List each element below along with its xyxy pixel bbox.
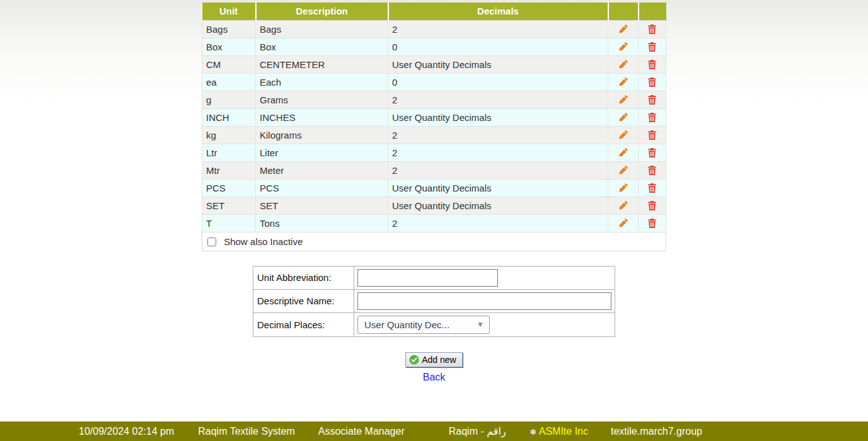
- table-row: CM CENTEMETER User Quantity Decimals: [202, 55, 666, 73]
- unit-cell: SET: [202, 197, 256, 214]
- unit-cell: kg: [202, 126, 256, 144]
- delete-button[interactable]: [647, 147, 658, 159]
- descriptive-name-label: Descriptive Name:: [253, 289, 354, 312]
- edit-button[interactable]: [618, 147, 629, 159]
- description-cell: CENTEMETER: [256, 55, 388, 73]
- description-cell: Bags: [256, 20, 388, 38]
- trash-icon: [647, 77, 657, 88]
- back-link[interactable]: Back: [423, 372, 446, 382]
- delete-button[interactable]: [647, 165, 658, 176]
- delete-button[interactable]: [647, 112, 658, 123]
- table-row: PCS PCS User Quantity Decimals: [202, 179, 666, 197]
- edit-button[interactable]: [618, 42, 629, 53]
- status-bar: 10/09/2024 02:14 pm Raqim Textile System…: [0, 421, 868, 441]
- show-inactive-label: Show also Inactive: [219, 236, 303, 247]
- delete-button[interactable]: [647, 130, 658, 141]
- gear-icon: ✽: [530, 428, 536, 437]
- unit-cell: T: [202, 214, 256, 232]
- unit-abbreviation-label: Unit Abbreviation:: [253, 266, 354, 289]
- trash-icon: [647, 130, 657, 140]
- description-cell: Liter: [256, 144, 388, 161]
- edit-button[interactable]: [618, 24, 629, 35]
- unit-cell: Bags: [202, 20, 256, 38]
- delete-button[interactable]: [647, 59, 658, 71]
- delete-button[interactable]: [647, 200, 658, 212]
- delete-button[interactable]: [647, 24, 658, 35]
- table-row: SET SET User Quantity Decimals: [202, 197, 666, 214]
- delete-button[interactable]: [647, 183, 658, 194]
- pencil-icon: [618, 24, 628, 35]
- edit-button[interactable]: [618, 218, 629, 229]
- decimal-places-selected-value: User Quantity Dec...: [364, 319, 449, 330]
- edit-button[interactable]: [618, 200, 629, 212]
- decimals-cell: User Quantity Decimals: [388, 108, 608, 126]
- footer-datetime: 10/09/2024 02:14 pm: [79, 426, 174, 437]
- footer-system-name: Raqim Textile System: [198, 426, 295, 437]
- edit-button[interactable]: [618, 59, 629, 71]
- descriptive-name-input[interactable]: [357, 292, 611, 310]
- check-circle-icon: [409, 355, 419, 365]
- units-table-header-row: Unit Description Decimals: [202, 3, 666, 20]
- decimal-places-select[interactable]: User Quantity Dec... ▼: [357, 316, 490, 334]
- table-row: T Tons 2: [202, 214, 666, 232]
- edit-button[interactable]: [618, 183, 629, 194]
- decimals-cell: 0: [388, 73, 608, 91]
- unit-abbreviation-input[interactable]: [357, 269, 498, 287]
- column-header-description: Description: [256, 3, 388, 20]
- decimals-cell: User Quantity Decimals: [388, 197, 608, 214]
- unit-entry-form: Unit Abbreviation: Descriptive Name: Dec…: [253, 266, 615, 337]
- trash-icon: [647, 112, 657, 123]
- pencil-icon: [618, 94, 628, 105]
- chevron-down-icon: ▼: [477, 320, 484, 329]
- decimals-cell: 0: [388, 38, 608, 55]
- trash-icon: [647, 42, 657, 52]
- footer-role: Associate Manager: [318, 426, 405, 437]
- trash-icon: [647, 218, 657, 229]
- edit-button[interactable]: [618, 94, 629, 106]
- delete-button[interactable]: [647, 42, 658, 53]
- show-inactive-checkbox[interactable]: [207, 238, 216, 246]
- units-table: Unit Description Decimals Bags Bags 2: [202, 3, 666, 251]
- pencil-icon: [618, 218, 628, 229]
- unit-cell: ea: [202, 73, 256, 91]
- decimals-cell: 2: [388, 214, 608, 232]
- units-table-body: Bags Bags 2 Box Box: [202, 20, 666, 232]
- trash-icon: [647, 59, 657, 70]
- add-new-label: Add new: [422, 355, 456, 365]
- unit-cell: Box: [202, 38, 256, 55]
- description-cell: Kilograms: [256, 126, 388, 144]
- table-row: Ltr Liter 2: [202, 144, 666, 161]
- column-header-edit: [608, 3, 639, 20]
- footer-company-link[interactable]: ✽ASMIte Inc: [530, 426, 588, 437]
- trash-icon: [647, 24, 657, 35]
- decimals-cell: User Quantity Decimals: [388, 179, 608, 197]
- show-inactive-row: Show also Inactive: [202, 232, 666, 251]
- edit-button[interactable]: [618, 165, 629, 176]
- pencil-icon: [618, 130, 628, 140]
- pencil-icon: [618, 59, 628, 70]
- add-new-button[interactable]: Add new: [405, 352, 462, 367]
- unit-cell: CM: [202, 55, 256, 73]
- pencil-icon: [618, 200, 628, 211]
- trash-icon: [647, 183, 657, 193]
- decimals-cell: 2: [388, 161, 608, 179]
- edit-button[interactable]: [618, 112, 629, 123]
- edit-button[interactable]: [618, 130, 629, 141]
- delete-button[interactable]: [647, 94, 658, 106]
- delete-button[interactable]: [647, 218, 658, 229]
- pencil-icon: [618, 165, 628, 176]
- description-cell: SET: [256, 197, 388, 214]
- description-cell: PCS: [256, 179, 388, 197]
- delete-button[interactable]: [647, 77, 658, 88]
- table-row: Box Box 0: [202, 38, 666, 55]
- footer-user: Raqim - راقم: [449, 425, 506, 437]
- description-cell: Grams: [256, 91, 388, 108]
- description-cell: Tons: [256, 214, 388, 232]
- pencil-icon: [618, 42, 628, 52]
- description-cell: Meter: [256, 161, 388, 179]
- description-cell: Each: [256, 73, 388, 91]
- edit-button[interactable]: [618, 77, 629, 88]
- table-row: INCH INCHES User Quantity Decimals: [202, 108, 666, 126]
- unit-cell: PCS: [202, 179, 256, 197]
- pencil-icon: [618, 112, 628, 123]
